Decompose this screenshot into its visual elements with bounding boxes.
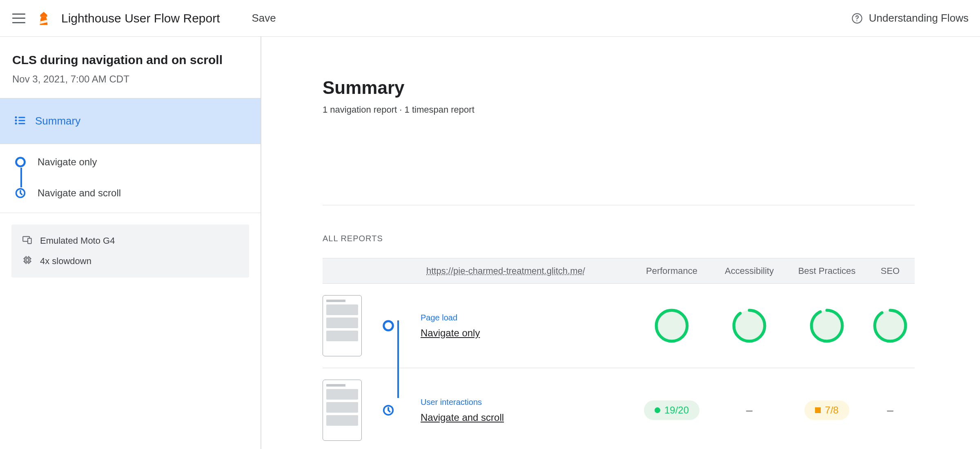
screenshot-thumbnail[interactable] [323, 295, 362, 356]
main: Summary 1 navigation report · 1 timespan… [261, 37, 980, 449]
menu-icon[interactable] [11, 11, 26, 26]
navigation-marker-icon [15, 156, 26, 168]
svg-point-10 [15, 122, 17, 124]
device-info: Emulated Moto G4 4x slowdown [11, 224, 249, 278]
page-title: Summary [323, 78, 980, 98]
svg-rect-15 [28, 238, 31, 244]
understanding-flows-label: Understanding Flows [869, 12, 969, 24]
svg-rect-16 [25, 258, 30, 263]
svg-rect-17 [26, 259, 29, 262]
sidebar-step-label: Navigate and scroll [38, 187, 121, 199]
reports-table: https://pie-charmed-treatment.glitch.me/… [323, 258, 915, 449]
report-url[interactable]: https://pie-charmed-treatment.glitch.me/ [421, 266, 633, 276]
understanding-flows-link[interactable]: Understanding Flows [851, 12, 969, 24]
score-gauge-seo[interactable]: 91 [872, 307, 909, 344]
save-button[interactable]: Save [252, 12, 276, 24]
svg-point-18 [384, 321, 393, 331]
navigation-marker-icon [378, 320, 399, 332]
col-performance: Performance [633, 266, 710, 276]
device-emulated: Emulated Moto G4 [40, 236, 115, 246]
col-best-practices: Best Practices [788, 266, 866, 276]
svg-point-8 [15, 119, 17, 121]
timespan-marker-icon [378, 404, 399, 416]
sidebar-summary-nav[interactable]: Summary [0, 98, 261, 144]
score-gauge-performance[interactable]: 100 [653, 307, 690, 344]
fraction-value: 7/8 [825, 405, 838, 416]
fraction-pill-performance[interactable]: 19/20 [644, 400, 699, 420]
sidebar-step-label: Navigate only [38, 156, 97, 168]
topbar: Lighthouse User Flow Report Save Underst… [0, 0, 980, 37]
sidebar-summary-label: Summary [35, 115, 80, 127]
app-title: Lighthouse User Flow Report [61, 11, 220, 25]
timespan-marker-icon [15, 187, 26, 199]
not-applicable-dash: – [887, 404, 893, 417]
svg-rect-11 [18, 123, 25, 124]
fraction-value: 19/20 [664, 405, 689, 416]
row-kind: Page load [421, 313, 633, 322]
sidebar-step-navigate-scroll[interactable]: Navigate and scroll [15, 187, 246, 199]
table-row: User interactions Navigate and scroll 19… [323, 368, 915, 449]
score-gauge-accessibility[interactable]: 90 [731, 307, 768, 344]
pass-dot-icon [655, 407, 660, 413]
svg-marker-0 [40, 12, 47, 17]
summary-list-icon [14, 114, 26, 128]
svg-rect-9 [18, 120, 25, 121]
average-square-icon [815, 407, 821, 413]
svg-point-5 [856, 20, 857, 21]
row-name-link[interactable]: Navigate only [421, 327, 633, 339]
svg-rect-7 [18, 117, 25, 118]
reports-table-header: https://pie-charmed-treatment.glitch.me/… [323, 258, 915, 284]
all-reports-label: ALL REPORTS [323, 234, 915, 243]
flow-title: CLS during navigation and on scroll [12, 53, 248, 67]
sidebar-step-navigate-only[interactable]: Navigate only [15, 156, 246, 168]
sidebar: CLS during navigation and on scroll Nov … [0, 37, 261, 449]
fraction-pill-best-practices[interactable]: 7/8 [804, 400, 849, 420]
svg-point-6 [15, 116, 17, 118]
lighthouse-logo-icon [38, 11, 50, 26]
not-applicable-dash: – [746, 404, 753, 417]
row-kind: User interactions [421, 398, 633, 407]
score-gauge-best-practices[interactable]: 93 [808, 307, 845, 344]
col-seo: SEO [866, 266, 915, 276]
screenshot-thumbnail[interactable] [323, 380, 362, 441]
sidebar-header: CLS during navigation and on scroll Nov … [0, 37, 261, 98]
svg-rect-1 [41, 16, 47, 18]
device-throttle: 4x slowdown [40, 256, 91, 267]
row-name-link[interactable]: Navigate and scroll [421, 412, 633, 423]
cpu-icon [22, 255, 33, 268]
reports-section: ALL REPORTS https://pie-charmed-treatmen… [323, 176, 980, 449]
page-subtitle: 1 navigation report · 1 timespan report [323, 104, 980, 115]
col-accessibility: Accessibility [710, 266, 788, 276]
device-icon [22, 234, 33, 247]
help-icon [851, 12, 863, 24]
sidebar-step-list: Navigate only Navigate and scroll [0, 144, 261, 213]
table-row: Page load Navigate only 100 [323, 284, 915, 368]
svg-point-12 [16, 158, 25, 167]
flow-date: Nov 3, 2021, 7:00 AM CDT [12, 73, 248, 85]
